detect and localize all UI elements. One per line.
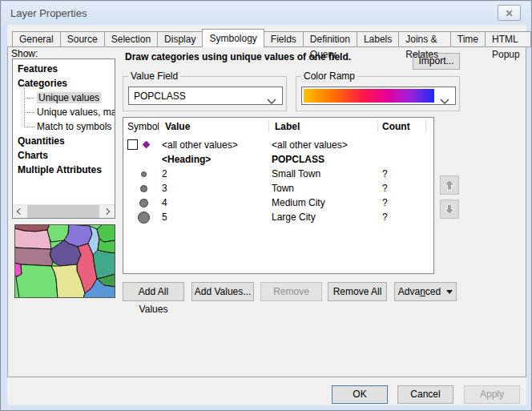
table-row[interactable]: 3 Town ? [123,181,433,195]
color-ramp-dropdown[interactable] [301,87,456,105]
tree-item-multiple-attributes[interactable]: Multiple Attributes [13,163,115,177]
tab-joins-relates[interactable]: Joins & Relates [398,31,449,47]
add-all-values-button[interactable]: Add All Values [123,282,184,301]
cell-label: Medium City [272,197,325,208]
arrow-up-icon [443,179,456,191]
symbol-cell [123,138,160,152]
table-row[interactable]: <Heading> POPCLASS [123,152,433,167]
tab-definition-query[interactable]: Definition Query [303,31,357,47]
cell-label: Town [272,183,294,194]
point-symbol-icon[interactable] [143,141,151,149]
cell-value: 2 [162,168,167,179]
symbol-cell [123,210,160,224]
cell-value: 5 [162,212,167,223]
advanced-button[interactable]: Advanced [394,282,457,301]
tab-display[interactable]: Display [157,31,202,47]
value-field-group: Value Field POPCLASS [123,76,287,111]
apply-button: Apply [464,385,520,404]
chevron-down-icon [440,94,449,108]
tab-strip: General Source Selection Display Symbolo… [12,30,531,47]
tree-horizontal-scrollbar[interactable] [13,204,115,218]
cell-label: Small Town [272,168,320,179]
tab-source[interactable]: Source [60,31,104,47]
color-ramp-gradient [304,89,434,103]
cell-count: ? [382,183,388,194]
tree-item-features[interactable]: Features [13,62,115,76]
table-row[interactable]: 4 Medium City ? [123,195,433,210]
point-symbol-icon[interactable] [138,212,150,224]
color-ramp-label: Color Ramp [301,71,357,82]
cell-value: 4 [162,197,167,208]
cancel-button[interactable]: Cancel [397,385,453,404]
ok-button[interactable]: OK [332,385,388,404]
cell-count: ? [382,168,388,179]
cell-label: Large City [272,212,316,223]
tree-item-charts[interactable]: Charts [13,148,115,163]
symbol-cell [123,167,160,181]
column-header-count: Count [382,121,410,132]
tab-time[interactable]: Time [450,31,485,47]
tab-html-popup[interactable]: HTML Popup [485,31,531,47]
tab-labels[interactable]: Labels [357,31,398,47]
close-button[interactable]: ✕ [498,5,521,21]
show-tree: Features Categories Unique values Unique… [12,58,115,219]
layer-preview-map [14,224,115,298]
column-header-value: Value [165,121,190,132]
arrow-down-icon [443,203,456,216]
point-symbol-icon[interactable] [140,185,147,192]
cell-label: POPCLASS [272,154,324,165]
scroll-left-arrow-icon[interactable] [13,205,26,219]
cell-count: ? [382,212,388,223]
table-row[interactable]: 5 Large City ? [123,210,433,224]
move-down-button[interactable] [440,199,459,219]
unique-values-table: Symbol Value Label Count <all other valu… [123,117,434,274]
table-row[interactable]: <all other values> <all other values> [123,138,433,152]
color-ramp-group: Color Ramp [296,76,460,111]
show-label: Show: [11,48,38,59]
close-icon: ✕ [505,8,513,19]
point-symbol-icon[interactable] [139,199,148,208]
scroll-right-arrow-icon[interactable] [101,205,115,219]
symbol-cell [123,181,160,195]
table-header: Symbol Value Label Count [123,118,433,136]
remove-button: Remove [260,282,322,301]
chevron-down-icon [267,94,276,108]
tab-symbology[interactable]: Symbology [202,29,264,47]
column-header-symbol: Symbol [127,121,159,132]
scrollbar-thumb[interactable] [27,205,99,219]
move-up-button[interactable] [440,175,459,195]
tree-item-match-symbols[interactable]: Match to symbols in a [13,119,115,134]
dropdown-arrow-icon [446,290,453,294]
cell-value: <Heading> [162,154,211,165]
cell-label: <all other values> [272,139,348,151]
cell-value: 3 [162,183,167,194]
value-field-dropdown[interactable]: POPCLASS [128,87,283,105]
column-header-label: Label [275,121,300,132]
add-values-button[interactable]: Add Values... [191,282,254,301]
window-title: Layer Properties [10,7,87,19]
cell-count: ? [382,197,388,208]
titlebar[interactable]: Layer Properties ✕ [2,2,530,25]
tab-selection[interactable]: Selection [104,31,157,47]
layer-properties-dialog: Layer Properties ✕ General Source Select… [0,0,532,411]
all-other-values-checkbox[interactable] [127,139,138,150]
remove-all-button[interactable]: Remove All [328,282,387,301]
value-field-label: Value Field [128,71,180,82]
point-symbol-icon[interactable] [141,171,147,177]
cell-value: <all other values> [162,139,238,151]
value-field-selected: POPCLASS [134,91,186,102]
tree-item-quantities[interactable]: Quantities [13,134,115,148]
tab-general[interactable]: General [12,31,60,47]
method-description: Draw categories using unique values of o… [125,51,405,62]
tab-fields[interactable]: Fields [264,31,303,47]
symbol-cell [123,195,160,210]
table-row[interactable]: 2 Small Town ? [123,167,433,181]
